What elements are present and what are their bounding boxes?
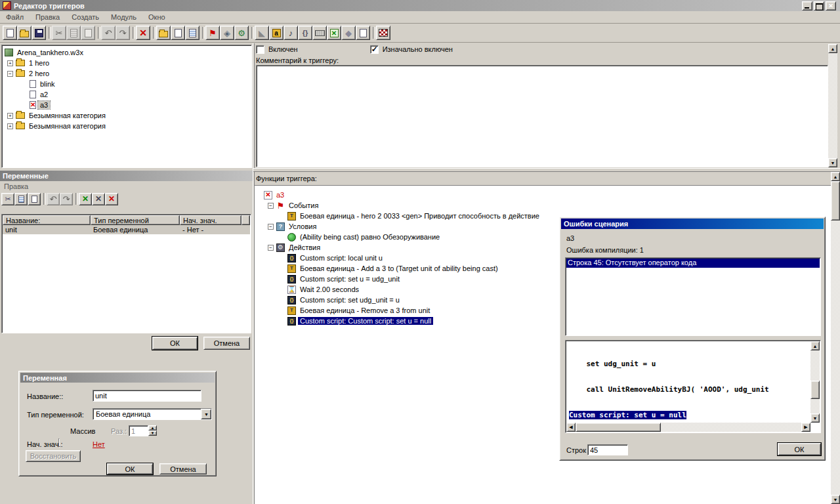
copy-button[interactable]	[66, 26, 81, 40]
menu-edit[interactable]: Правка	[30, 12, 66, 22]
module-button[interactable]: ◆	[341, 26, 356, 40]
tree-item-category[interactable]: Безымянная категория	[3, 121, 250, 131]
new-document-button[interactable]	[3, 26, 17, 40]
scroll-up-icon[interactable]: ▲	[828, 44, 837, 53]
tree-item-category[interactable]: 1 hero	[3, 58, 250, 68]
variable-row-selected[interactable]: unit Боевая единица - Нет -	[3, 225, 250, 234]
add-variable-button[interactable]: ✕	[79, 193, 92, 205]
open-map-button[interactable]	[17, 26, 32, 40]
scroll-down-icon[interactable]: ▼	[831, 495, 840, 504]
expand-icon[interactable]	[7, 123, 13, 129]
undo-button[interactable]: ↶	[101, 26, 116, 40]
type-combobox[interactable]: Боевая единица	[93, 408, 212, 420]
scroll-down-icon[interactable]: ▼	[810, 413, 820, 423]
dialog-cancel-button[interactable]: Отмена	[159, 463, 207, 474]
scroll-up-icon[interactable]: ▲	[810, 341, 820, 350]
comment-scrollbar[interactable]: ▲ ▼	[828, 44, 837, 167]
scrollbar-thumb[interactable]	[576, 423, 661, 432]
variables-cancel-button[interactable]: Отмена	[203, 337, 250, 350]
check-script-button[interactable]	[376, 26, 390, 40]
size-input[interactable]	[129, 425, 148, 436]
new-action-button[interactable]: ⚙	[234, 26, 249, 40]
column-header-initial[interactable]: Нач. знач.	[180, 215, 242, 225]
error-ok-button[interactable]: ОК	[778, 443, 821, 455]
menu-create[interactable]: Создать	[66, 12, 105, 22]
tree-item-category[interactable]: Безымянная категория	[3, 110, 250, 121]
variables-header-row: Название: Тип переменной Нач. знач.	[3, 215, 250, 225]
variables-button[interactable]: ✕	[327, 26, 341, 40]
scrollbar-thumb[interactable]	[810, 381, 820, 399]
scroll-down-icon[interactable]: ▼	[828, 158, 837, 167]
new-trigger-button[interactable]	[171, 26, 185, 40]
events-header[interactable]: ⚑ События	[257, 200, 828, 211]
comment-textarea[interactable]	[256, 65, 828, 167]
function-tree-trigger[interactable]: ✕ a3	[257, 190, 828, 200]
horizontal-splitter[interactable]	[253, 168, 840, 172]
spinner-down-icon[interactable]	[148, 430, 157, 436]
scrollbar-thumb[interactable]	[831, 181, 840, 220]
tree-item-trigger-selected[interactable]: a3	[3, 100, 250, 110]
size-spinner[interactable]	[148, 425, 157, 436]
tree-item-trigger[interactable]: blink	[3, 79, 250, 89]
menu-module[interactable]: Модуль	[105, 12, 142, 22]
var-copy-button[interactable]	[14, 193, 28, 205]
collapse-icon[interactable]	[268, 203, 274, 209]
export-script-button[interactable]	[356, 26, 370, 40]
new-event-button[interactable]: ⚑	[205, 26, 220, 40]
text-editor-button[interactable]: a	[269, 26, 284, 40]
var-redo-button[interactable]: ↷	[60, 193, 73, 205]
initially-on-checkbox[interactable]	[370, 45, 379, 54]
tree-item-category[interactable]: 2 hero	[3, 68, 250, 79]
expand-icon[interactable]	[7, 113, 13, 119]
combobox-dropdown-button[interactable]	[201, 409, 211, 419]
restore-button[interactable]: Восстановить	[26, 450, 81, 462]
sound-editor-button[interactable]: ♪	[284, 26, 298, 40]
var-undo-button[interactable]: ↶	[47, 193, 60, 205]
new-comment-button[interactable]	[185, 26, 200, 40]
var-paste-button[interactable]	[28, 193, 41, 205]
paste-button[interactable]	[81, 26, 95, 40]
minimize-button[interactable]	[802, 1, 812, 10]
collapse-icon[interactable]	[268, 224, 274, 230]
line-number-input[interactable]	[587, 444, 628, 455]
column-header-name[interactable]: Название:	[3, 215, 91, 225]
column-header-type[interactable]: Тип переменной	[91, 215, 180, 225]
menu-window[interactable]: Окно	[142, 12, 171, 22]
restore-button[interactable]	[814, 1, 824, 10]
save-map-button[interactable]	[32, 26, 46, 40]
menu-file[interactable]: Файл	[0, 12, 30, 22]
delete-button[interactable]: ✕	[136, 26, 150, 40]
code-horizontal-scrollbar[interactable]: ◀ ▶	[566, 423, 810, 432]
object-links-button[interactable]: {}	[298, 26, 312, 40]
scroll-right-icon[interactable]: ▶	[801, 423, 810, 432]
variables-ok-button[interactable]: ОК	[152, 337, 198, 350]
initial-value-link[interactable]: Нет	[93, 440, 105, 448]
collapse-icon[interactable]	[7, 71, 13, 77]
code-content[interactable]: set udg_unit = u call UnitRemoveAbilityB…	[567, 342, 810, 422]
variables-menu-edit[interactable]: Правка	[4, 182, 28, 190]
delete-variable-button[interactable]: ✕	[105, 193, 118, 205]
enabled-checkbox[interactable]	[256, 45, 264, 54]
close-button[interactable]	[826, 1, 836, 10]
scroll-up-icon[interactable]: ▲	[831, 172, 840, 181]
new-condition-button[interactable]: ◈	[220, 26, 234, 40]
keyboard-button[interactable]	[312, 26, 327, 40]
var-cut-button[interactable]: ✂	[1, 193, 14, 205]
expand-icon[interactable]	[7, 60, 13, 66]
display-as-text-button[interactable]: ◣	[255, 26, 269, 40]
new-category-button[interactable]	[156, 26, 171, 40]
dialog-ok-button[interactable]: ОК	[107, 463, 153, 474]
error-list-item-selected[interactable]: Строка 45: Отсутствует оператор кода	[566, 259, 820, 268]
edit-variable-button[interactable]: ✕	[92, 193, 105, 205]
tree-item-root[interactable]: Arena_tankhero.w3x	[3, 47, 250, 58]
scroll-left-icon[interactable]: ◀	[566, 423, 576, 432]
collapse-icon[interactable]	[268, 245, 274, 251]
cut-button[interactable]: ✂	[52, 26, 66, 40]
tree-item-trigger[interactable]: a2	[3, 89, 250, 100]
redo-button[interactable]: ↷	[116, 26, 130, 40]
spinner-up-icon[interactable]	[148, 425, 157, 430]
name-input[interactable]	[93, 390, 201, 402]
code-vertical-scrollbar[interactable]: ▲ ▼	[810, 341, 820, 423]
category-folder-icon	[159, 31, 168, 37]
functions-scrollbar[interactable]: ▲ ▼	[831, 172, 840, 504]
